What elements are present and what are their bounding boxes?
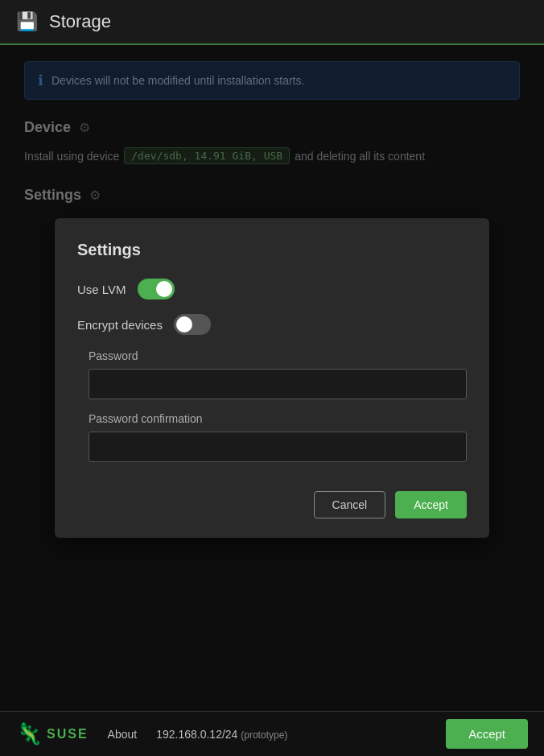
gecko-icon: 🦎 <box>16 721 42 746</box>
use-lvm-toggle[interactable] <box>138 279 175 300</box>
use-lvm-label: Use LVM <box>77 283 126 296</box>
cancel-button[interactable]: Cancel <box>314 491 386 518</box>
password-label: Password <box>89 349 467 362</box>
dialog-overlay: Settings Use LVM Encrypt devices <box>0 45 544 711</box>
app-footer: 🦎 SUSE About 192.168.0.12/24 (prototype)… <box>0 711 544 756</box>
app-header: 💾 Storage <box>0 0 544 45</box>
about-link[interactable]: About <box>108 728 138 741</box>
ip-address: 192.168.0.12/24 (prototype) <box>156 728 287 741</box>
confirm-label: Password confirmation <box>89 412 467 425</box>
settings-dialog: Settings Use LVM Encrypt devices <box>55 218 489 538</box>
footer-left: 🦎 SUSE About 192.168.0.12/24 (prototype) <box>16 721 287 746</box>
main-content: ℹ Devices will not be modified until ins… <box>0 45 544 711</box>
encrypt-row: Encrypt devices <box>77 314 467 335</box>
ip-value: 192.168.0.12/24 <box>156 728 237 741</box>
use-lvm-row: Use LVM <box>77 279 467 300</box>
footer-accept-button[interactable]: Accept <box>446 719 528 749</box>
accept-button[interactable]: Accept <box>395 491 467 518</box>
dialog-footer: Cancel Accept <box>77 491 467 518</box>
dialog-title: Settings <box>77 241 467 259</box>
suse-logo: 🦎 SUSE <box>16 721 89 746</box>
encrypt-toggle[interactable] <box>174 314 211 335</box>
password-input[interactable] <box>89 369 467 399</box>
prototype-note: (prototype) <box>241 729 287 741</box>
encrypt-label: Encrypt devices <box>77 318 163 332</box>
password-section: Password Password confirmation <box>89 349 467 475</box>
suse-logo-text: SUSE <box>47 727 89 742</box>
storage-icon: 💾 <box>16 11 38 32</box>
page-title: Storage <box>49 11 111 32</box>
password-confirm-input[interactable] <box>89 432 467 462</box>
